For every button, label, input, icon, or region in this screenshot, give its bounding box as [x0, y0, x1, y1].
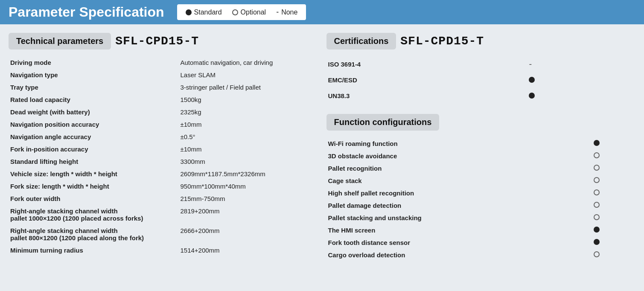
param-value: 2609mm*1187.5mm*2326mm — [178, 168, 318, 180]
empty-dot-icon — [594, 152, 600, 158]
empty-dot-icon — [594, 214, 600, 220]
left-panel: Technical parameters SFL-CPD15-T Driving… — [9, 33, 318, 261]
param-value: 3-stringer pallet / Field pallet — [178, 81, 318, 93]
param-value: 950mm*100mm*40mm — [178, 180, 318, 192]
func-name: Cage stack — [326, 175, 558, 187]
cert-header: Certifications SFL-CPD15-T — [326, 33, 636, 49]
table-row: Minimum turning radius1514+200mm — [9, 244, 318, 256]
param-label: Right-angle stacking channel width palle… — [9, 224, 178, 244]
technical-header: Technical parameters SFL-CPD15-T — [9, 33, 318, 49]
table-row: Fork size: length * width * height950mm*… — [9, 180, 318, 192]
technical-label: Technical parameters — [9, 33, 111, 49]
standard-label: Standard — [194, 9, 222, 16]
table-row: Fork tooth distance sensor — [326, 236, 636, 249]
cert-table: ISO 3691-4-EMC/ESDUN38.3 — [326, 56, 636, 104]
func-name: High shelf pallet recognition — [326, 187, 558, 199]
param-value: ±0.5° — [178, 131, 318, 143]
func-header: Function configurations — [326, 114, 636, 131]
param-label: Navigation angle accuracy — [9, 131, 178, 143]
table-row: EMC/ESD — [326, 72, 636, 88]
param-value: ±10mm — [178, 143, 318, 155]
param-label: Fork size: length * width * height — [9, 180, 178, 192]
table-row: Navigation position accuracy±10mm — [9, 118, 318, 131]
func-indicator — [558, 212, 635, 224]
table-row: Pallet stacking and unstacking — [326, 212, 636, 224]
param-label: Vehicle size: length * width * height — [9, 168, 178, 180]
technical-model: SFL-CPD15-T — [115, 35, 199, 48]
main-content: Technical parameters SFL-CPD15-T Driving… — [0, 24, 644, 270]
cert-label: Certifications — [326, 33, 396, 49]
functions-section: Function configurations Wi-Fi roaming fu… — [326, 114, 636, 261]
table-row: Tray type3-stringer pallet / Field palle… — [9, 81, 318, 93]
cert-name: ISO 3691-4 — [326, 56, 527, 72]
empty-dot-icon — [594, 177, 600, 183]
func-name: Wi-Fi roaming function — [326, 137, 558, 150]
optional-label: Optional — [241, 9, 266, 16]
param-label: Fork in-position accuracy — [9, 143, 178, 155]
optional-icon — [232, 9, 238, 15]
param-label: Fork outer width — [9, 192, 178, 205]
func-name: Pallet recognition — [326, 162, 558, 175]
table-row: Fork outer width215mm-750mm — [9, 192, 318, 205]
param-label: Standard lifting height — [9, 155, 178, 168]
param-value: Automatic navigation, car driving — [178, 56, 318, 69]
page-header: Parameter Specification Standard Optiona… — [0, 0, 644, 24]
table-row: Pallet damage detection — [326, 199, 636, 212]
func-indicator — [558, 137, 635, 150]
table-row: Cargo overload detection — [326, 249, 636, 261]
param-label: Driving mode — [9, 56, 178, 69]
standard-icon — [186, 9, 192, 15]
func-label: Function configurations — [326, 114, 440, 131]
technical-table: Driving modeAutomatic navigation, car dr… — [9, 56, 318, 256]
table-row: Standard lifting height3300mm — [9, 155, 318, 168]
func-name: Pallet damage detection — [326, 199, 558, 212]
table-row: Rated load capacity1500kg — [9, 93, 318, 106]
cert-indicator — [527, 88, 635, 104]
cert-indicator: - — [527, 56, 635, 72]
table-row: Right-angle stacking channel width palle… — [9, 224, 318, 244]
table-row: High shelf pallet recognition — [326, 187, 636, 199]
param-value: Laser SLAM — [178, 69, 318, 81]
func-indicator — [558, 249, 635, 261]
empty-dot-icon — [594, 189, 600, 195]
legend-bar: Standard Optional - None — [177, 4, 306, 20]
param-value: 1514+200mm — [178, 244, 318, 256]
param-label: Right-angle stacking channel width palle… — [9, 205, 178, 224]
table-row: ISO 3691-4- — [326, 56, 636, 72]
param-label: Rated load capacity — [9, 93, 178, 106]
certifications-section: Certifications SFL-CPD15-T ISO 3691-4-EM… — [326, 33, 636, 104]
cert-model: SFL-CPD15-T — [400, 35, 484, 48]
param-value: 2325kg — [178, 106, 318, 118]
legend-standard: Standard — [186, 9, 222, 16]
func-name: The HMI screen — [326, 224, 558, 236]
dash-icon: - — [529, 59, 532, 69]
table-row: UN38.3 — [326, 88, 636, 104]
param-label: Tray type — [9, 81, 178, 93]
legend-optional: Optional — [232, 9, 266, 16]
param-value: 3300mm — [178, 155, 318, 168]
table-row: The HMI screen — [326, 224, 636, 236]
table-row: Fork in-position accuracy±10mm — [9, 143, 318, 155]
page-title: Parameter Specification — [9, 4, 173, 20]
table-row: Right-angle stacking channel width palle… — [9, 205, 318, 224]
func-indicator — [558, 224, 635, 236]
right-panel: Certifications SFL-CPD15-T ISO 3691-4-EM… — [326, 33, 636, 261]
param-label: Navigation position accuracy — [9, 118, 178, 131]
table-row: Dead weight (with battery)2325kg — [9, 106, 318, 118]
table-row: Driving modeAutomatic navigation, car dr… — [9, 56, 318, 69]
table-row: Vehicle size: length * width * height260… — [9, 168, 318, 180]
param-label: Navigation type — [9, 69, 178, 81]
func-table: Wi-Fi roaming function3D obstacle avoida… — [326, 137, 636, 261]
empty-dot-icon — [594, 165, 600, 171]
func-indicator — [558, 162, 635, 175]
param-value: 2666+200mm — [178, 224, 318, 244]
legend-none: - None — [276, 8, 297, 17]
param-value: 1500kg — [178, 93, 318, 106]
func-indicator — [558, 150, 635, 162]
func-indicator — [558, 187, 635, 199]
filled-dot-icon — [529, 77, 535, 83]
filled-dot-icon — [594, 140, 600, 146]
cert-name: EMC/ESD — [326, 72, 527, 88]
param-value: 2819+200mm — [178, 205, 318, 224]
param-label: Minimum turning radius — [9, 244, 178, 256]
